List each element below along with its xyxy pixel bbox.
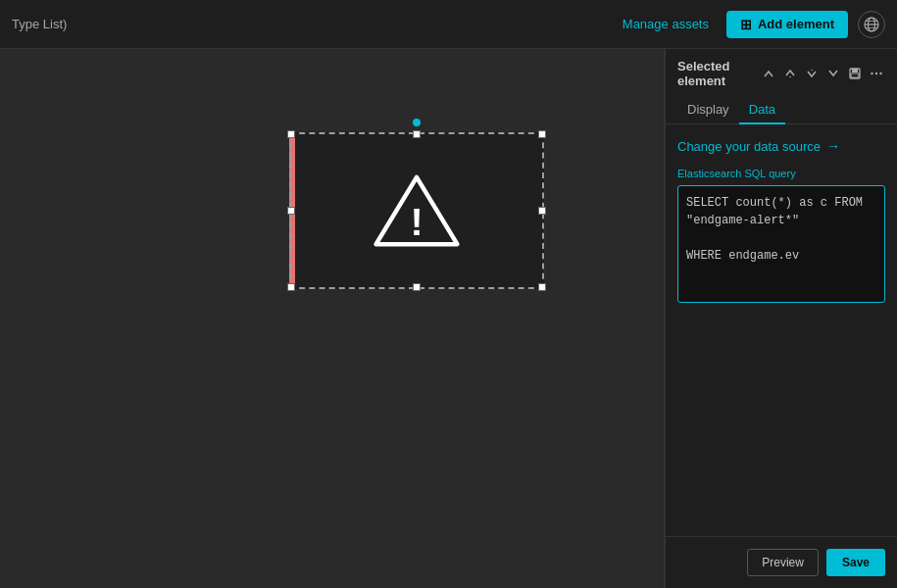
topbar-left: Type List) — [12, 17, 67, 31]
more-options-button[interactable] — [868, 65, 885, 82]
save-panel-button[interactable] — [846, 65, 864, 82]
preview-button[interactable]: Preview — [747, 549, 819, 576]
svg-point-13 — [875, 73, 877, 74]
main-area: ! Selected element — [0, 49, 897, 588]
handle-top-right[interactable] — [538, 130, 546, 138]
add-element-icon: ⊞ — [740, 17, 752, 32]
add-element-button[interactable]: ⊞ Add element — [726, 11, 848, 38]
svg-rect-10 — [852, 69, 858, 73]
query-label: Elasticsearch SQL query — [677, 168, 885, 179]
canvas-widget-wrapper[interactable]: ! — [289, 132, 544, 289]
tab-data[interactable]: Data — [739, 96, 785, 124]
topbar-right: Manage assets ⊞ Add element — [615, 11, 885, 38]
tab-display[interactable]: Display — [677, 96, 739, 124]
top-anchor — [413, 119, 421, 126]
warning-icon: ! — [373, 167, 461, 255]
handle-bottom-right[interactable] — [538, 283, 546, 291]
move-up-button[interactable] — [781, 65, 799, 82]
widget-left-border — [289, 132, 295, 289]
move-down-button[interactable] — [803, 65, 821, 82]
right-panel: Selected element — [665, 49, 897, 588]
move-top-button[interactable] — [760, 65, 777, 82]
save-button[interactable]: Save — [826, 549, 885, 576]
panel-footer: Preview Save — [666, 536, 897, 588]
move-bottom-button[interactable] — [824, 65, 842, 82]
canvas-widget[interactable]: ! — [289, 132, 544, 289]
svg-rect-11 — [851, 74, 859, 77]
panel-tabs: Display Data — [677, 96, 885, 123]
handle-middle-right[interactable] — [538, 207, 546, 215]
panel-body: Change your data source → Elasticsearch … — [666, 124, 897, 536]
change-data-source-button[interactable]: Change your data source → — [677, 138, 885, 154]
globe-icon[interactable] — [858, 11, 885, 38]
panel-title: Selected element — [677, 59, 760, 88]
topbar: Type List) Manage assets ⊞ Add element — [0, 0, 897, 49]
query-textarea[interactable]: SELECT count(*) as c FROM "endgame-alert… — [677, 185, 885, 303]
svg-text:!: ! — [410, 200, 423, 243]
change-data-source-label: Change your data source — [677, 139, 821, 154]
panel-title-row: Selected element — [677, 59, 885, 88]
svg-point-12 — [871, 73, 872, 74]
panel-header: Selected element — [666, 49, 897, 124]
change-data-source-arrow-icon: → — [826, 138, 840, 154]
manage-assets-button[interactable]: Manage assets — [615, 13, 717, 35]
panel-title-icons — [760, 65, 885, 82]
svg-point-14 — [879, 73, 881, 74]
topbar-title: Type List) — [12, 17, 67, 31]
handle-top-center[interactable] — [413, 130, 421, 138]
canvas-area[interactable]: ! — [0, 49, 664, 588]
add-element-label: Add element — [758, 17, 834, 31]
handle-bottom-center[interactable] — [413, 283, 421, 291]
